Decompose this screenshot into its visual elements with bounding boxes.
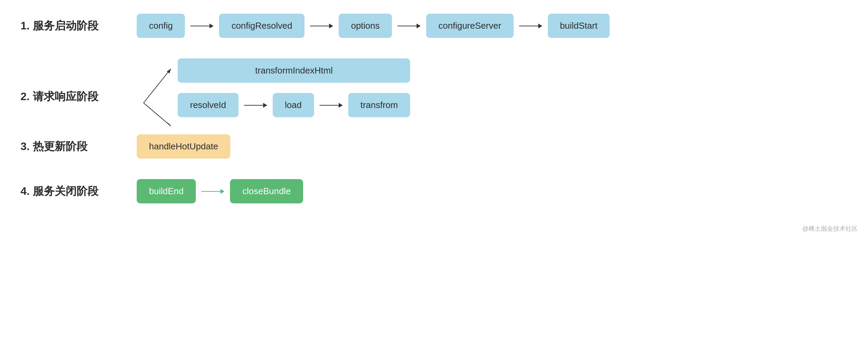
arrow-7 <box>201 189 225 194</box>
section-2-content: transformIndexHtml resolveId load transf… <box>137 58 410 117</box>
branch-arrows-svg <box>137 58 178 147</box>
section-4: 4. 服务关闭阶段 buildEnd closeBundle <box>21 179 847 203</box>
arrow-2 <box>310 24 333 28</box>
section-1-label: 1. 服务启动阶段 <box>21 18 137 33</box>
node-load: load <box>273 93 314 117</box>
watermark: @稀土掘金技术社区 <box>802 225 858 233</box>
arrow-1 <box>190 24 214 28</box>
section-1: 1. 服务启动阶段 config configResolved options … <box>21 14 847 38</box>
section-2: 2. 请求响应阶段 transformIndexHtml resolveId l… <box>21 58 847 117</box>
section-2-label: 2. 请求响应阶段 <box>21 58 137 104</box>
arrow-3 <box>397 24 421 28</box>
diagram: 1. 服务启动阶段 config configResolved options … <box>0 0 868 238</box>
arrow-6 <box>320 103 343 108</box>
node-configResolved: configResolved <box>219 14 304 38</box>
node-closeBundle: closeBundle <box>230 179 303 203</box>
section-3-label: 3. 热更新阶段 <box>21 139 137 154</box>
svg-line-0 <box>144 69 171 103</box>
node-transfrom: transfrom <box>348 93 410 117</box>
node-options: options <box>339 14 392 38</box>
node-config: config <box>137 14 185 38</box>
node-configureServer: configureServer <box>426 14 514 38</box>
arrow-5 <box>244 103 267 108</box>
section-4-flow: buildEnd closeBundle <box>137 179 303 203</box>
node-buildStart: buildStart <box>548 14 610 38</box>
node-resolveId: resolveId <box>178 93 239 117</box>
branch-bottom-row: resolveId load transfrom <box>178 93 410 117</box>
node-transformIndexHtml: transformIndexHtml <box>178 58 410 83</box>
svg-marker-3 <box>167 122 171 126</box>
section-4-label: 4. 服务关闭阶段 <box>21 184 137 199</box>
svg-line-2 <box>144 103 171 126</box>
section-1-flow: config configResolved options configureS… <box>137 14 610 38</box>
arrow-4 <box>519 24 542 28</box>
branch-top-row: transformIndexHtml <box>178 58 410 83</box>
node-buildEnd: buildEnd <box>137 179 196 203</box>
